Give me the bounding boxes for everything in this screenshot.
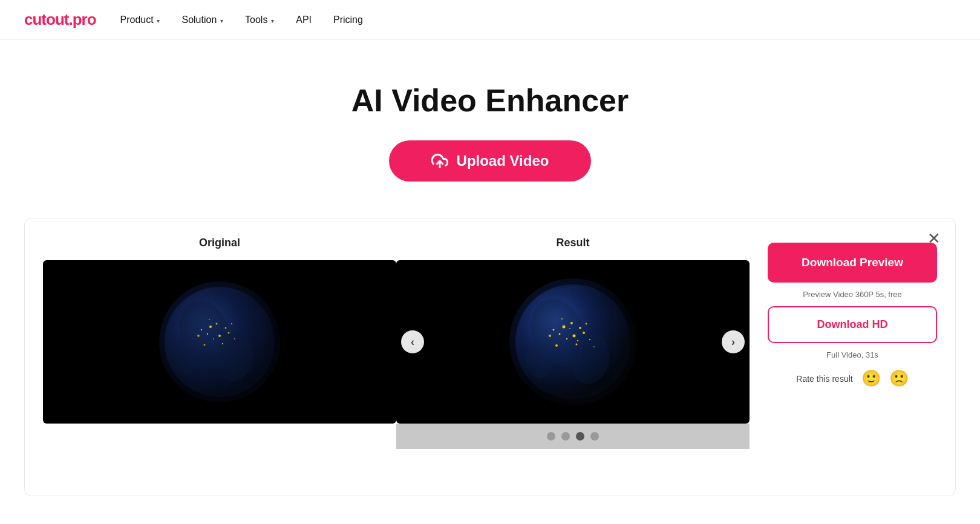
page-title: AI Video Enhancer <box>12 82 968 119</box>
svg-point-27 <box>563 326 566 329</box>
original-section: Original <box>43 237 396 424</box>
result-video-box: ‹ <box>396 260 750 424</box>
svg-point-7 <box>216 323 218 325</box>
original-label: Original <box>43 237 396 249</box>
svg-point-30 <box>559 333 561 335</box>
svg-point-28 <box>570 322 573 324</box>
original-video-box <box>43 260 396 424</box>
svg-point-36 <box>555 344 558 347</box>
svg-point-32 <box>573 335 576 338</box>
svg-point-15 <box>204 344 206 346</box>
rate-positive-button[interactable]: 🙂 <box>861 369 881 388</box>
chevron-down-icon: ▾ <box>269 18 274 24</box>
svg-point-9 <box>207 333 208 335</box>
svg-point-37 <box>576 344 578 346</box>
full-video-note: Full Video, 31s <box>826 350 878 359</box>
nav-item-api[interactable]: API <box>296 15 312 25</box>
result-section: Result ‹ <box>396 237 750 449</box>
result-label: Result <box>396 237 750 249</box>
original-earth <box>156 278 283 405</box>
svg-point-12 <box>228 332 230 334</box>
svg-point-26 <box>526 339 553 378</box>
sidebar-actions: Download Preview Preview Video 360P 5s, … <box>750 237 937 388</box>
chevron-down-icon: ▾ <box>218 18 223 24</box>
download-hd-button[interactable]: Download HD <box>768 306 937 343</box>
chevron-down-icon: ▾ <box>155 18 160 24</box>
svg-point-35 <box>589 339 590 340</box>
svg-point-11 <box>218 335 221 337</box>
svg-point-14 <box>234 338 235 339</box>
upload-video-button[interactable]: Upload Video <box>389 140 592 182</box>
svg-point-31 <box>566 338 567 339</box>
svg-point-18 <box>231 323 232 324</box>
dots-indicator <box>396 424 750 449</box>
svg-point-10 <box>213 338 214 339</box>
nav-menu: Product ▾ Solution ▾ Tools ▾ API Pricing <box>120 15 363 25</box>
svg-point-8 <box>225 327 227 329</box>
svg-point-41 <box>569 328 570 329</box>
svg-point-33 <box>583 332 585 334</box>
svg-point-6 <box>209 326 212 328</box>
dot-2[interactable] <box>561 432 570 440</box>
nav-item-pricing[interactable]: Pricing <box>333 15 363 25</box>
svg-point-17 <box>197 335 200 337</box>
nav-item-product[interactable]: Product ▾ <box>120 15 160 25</box>
svg-point-42 <box>577 340 578 341</box>
svg-point-13 <box>201 329 202 330</box>
close-button[interactable]: ✕ <box>927 231 941 246</box>
svg-point-29 <box>579 327 581 329</box>
comparison-section: ✕ Original <box>24 218 956 496</box>
result-earth <box>506 275 639 408</box>
svg-point-16 <box>222 343 223 344</box>
svg-point-43 <box>593 346 595 347</box>
preview-note: Preview Video 360P 5s, free <box>803 290 902 299</box>
nav-item-tools[interactable]: Tools ▾ <box>245 15 274 25</box>
svg-point-34 <box>553 329 555 331</box>
comparison-columns: Original <box>43 237 937 449</box>
rate-negative-button[interactable]: 🙁 <box>889 369 909 388</box>
rate-section: Rate this result 🙂 🙁 <box>796 369 908 388</box>
next-button[interactable]: › <box>722 330 745 353</box>
logo-text: cutout.pro <box>24 10 96 28</box>
upload-icon <box>431 152 448 169</box>
prev-button[interactable]: ‹ <box>401 330 424 353</box>
svg-point-19 <box>209 319 210 320</box>
nav-item-solution[interactable]: Solution ▾ <box>181 15 223 25</box>
dot-4[interactable] <box>590 432 599 440</box>
site-logo[interactable]: cutout.pro <box>24 10 96 29</box>
svg-point-38 <box>549 335 551 337</box>
dot-3[interactable] <box>576 432 584 440</box>
download-preview-button[interactable]: Download Preview <box>768 243 937 283</box>
svg-point-40 <box>561 318 563 319</box>
svg-point-5 <box>174 339 198 375</box>
hero-section: AI Video Enhancer Upload Video <box>0 40 980 212</box>
svg-point-39 <box>586 323 587 325</box>
dot-1[interactable] <box>547 432 555 440</box>
rate-label: Rate this result <box>796 374 852 384</box>
